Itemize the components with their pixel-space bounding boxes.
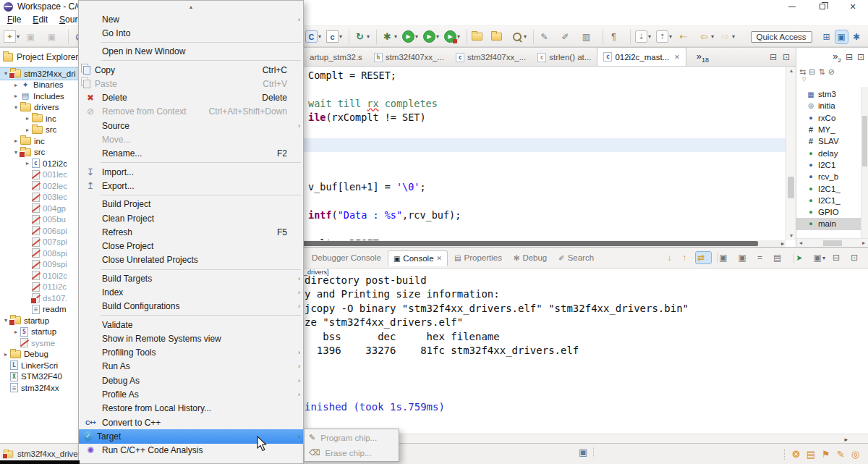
tree-row[interactable]: ▸ inc: [0, 113, 61, 125]
close-window-icon[interactable]: ✕: [838, 0, 868, 13]
link-with-editor-icon[interactable]: ⇆: [799, 67, 806, 77]
perspective-button[interactable]: ▣: [835, 30, 848, 43]
outline-horizontal-scrollbar[interactable]: ◂ ▸: [796, 238, 868, 247]
menubar-item[interactable]: Edit: [27, 14, 54, 25]
outline-item[interactable]: ▦ stm3: [796, 88, 868, 100]
perspective-button[interactable]: ⊞: [821, 30, 833, 43]
console-tool-button[interactable]: ▤: [772, 252, 788, 263]
context-menu-item[interactable]: Build Configurations ›: [79, 300, 303, 313]
outline-item[interactable]: ● I2C1_: [796, 182, 868, 194]
context-menu-item[interactable]: Copy Ctrl+C: [79, 63, 303, 77]
tree-row[interactable]: ▸ S startup: [0, 326, 61, 338]
tree-row[interactable]: sysme: [0, 337, 59, 349]
toolbar-button[interactable]: ▶ ▾: [422, 29, 443, 45]
toolbar-button[interactable]: ▣: [23, 29, 44, 45]
tree-row[interactable]: 010i2c: [0, 270, 72, 282]
submenu-item[interactable]: ⌫ Erase chip...: [305, 445, 399, 460]
tree-expander-icon[interactable]: ▸: [12, 82, 20, 88]
tree-row[interactable]: ▾ drivers: [0, 102, 64, 114]
context-menu-item[interactable]: Clean Project: [79, 211, 303, 225]
context-menu-item[interactable]: Build Project: [79, 198, 303, 211]
outline-item[interactable]: ⊕ initia: [796, 100, 868, 111]
context-menu-item[interactable]: Profile As ›: [79, 387, 303, 401]
console-tool-button[interactable]: ⊟: [831, 252, 846, 263]
console-tool-button[interactable]: ➤: [793, 253, 809, 263]
toolbar-button[interactable]: ▾: [509, 29, 530, 45]
scrollbar-thumb[interactable]: [823, 240, 842, 246]
console-tool-button[interactable]: =: [756, 252, 769, 263]
toolbar-button[interactable]: ✐: [558, 29, 579, 45]
console-output[interactable]: _drivers] directory post-buildy and Prin…: [302, 269, 868, 434]
collapse-all-icon[interactable]: ⊟: [809, 67, 815, 77]
console-tool-button[interactable]: ▣: [737, 252, 753, 263]
tree-expander-icon[interactable]: ▸: [23, 160, 32, 166]
context-menu-item[interactable]: Profiling Tools ›: [79, 346, 303, 360]
context-menu-item[interactable]: ✖ Delete Delete: [79, 90, 303, 104]
context-menu-item[interactable]: Rename... F2: [79, 147, 303, 161]
context-menu-item[interactable]: Validate: [79, 318, 303, 332]
tree-row[interactable]: ▸ inc: [0, 135, 49, 147]
tree-row[interactable]: ≡ stm32f4xx: [0, 382, 63, 394]
console-tool-button[interactable]: ⇄: [696, 252, 711, 263]
editor-tab[interactable]: c stm32f407xx_...: [450, 48, 532, 66]
tree-row[interactable]: ▸ src: [0, 125, 61, 136]
clipboard-icon[interactable]: ▣: [579, 447, 587, 457]
tree-row[interactable]: 005bu: [0, 214, 70, 226]
toolbar-button[interactable]: ↻ ▾: [349, 29, 373, 45]
tree-row[interactable]: X STM32F40: [0, 371, 67, 383]
editor-tab[interactable]: c strlen() at...: [532, 48, 597, 66]
outline-item[interactable]: ● GPIO: [796, 206, 868, 218]
toolbar-button[interactable]: ▶ ▾: [443, 29, 464, 45]
context-menu-item[interactable]: ✓ Target ›: [79, 429, 303, 443]
console-tab[interactable]: ✐ Search: [553, 250, 599, 265]
restore-window-icon[interactable]: [807, 0, 838, 13]
flag-icon[interactable]: ⚑: [822, 449, 830, 460]
toolbar-button[interactable]: ⇦ ▾: [697, 29, 718, 45]
context-menu-item[interactable]: ✺ Run C/C++ Code Analysis: [79, 444, 303, 457]
scrollbar-thumb[interactable]: [788, 177, 794, 198]
tree-row[interactable]: 004gp: [0, 203, 70, 214]
toolbar-button[interactable]: [490, 29, 509, 45]
scroll-right-arrow-icon[interactable]: ▸: [844, 436, 848, 443]
tree-row[interactable]: ▸ ✦ Binaries: [0, 80, 68, 91]
minimize-view-icon[interactable]: ⊟: [846, 52, 853, 62]
toolbar-button[interactable]: ✦ ▾: [2, 29, 23, 45]
editor-tab[interactable]: artup_stm32.s: [304, 48, 368, 66]
scroll-down-arrow-icon[interactable]: ▼: [786, 232, 796, 240]
tree-row[interactable]: 003lec: [0, 192, 72, 203]
tree-expander-icon[interactable]: ▸: [12, 138, 20, 144]
maximize-view-icon[interactable]: ⊡: [857, 52, 864, 62]
maximize-view-icon[interactable]: ⊡: [783, 52, 790, 62]
context-menu-item[interactable]: Build Targets ›: [79, 271, 303, 285]
tree-expander-icon[interactable]: ▸: [12, 329, 20, 335]
minimize-window-icon[interactable]: [777, 0, 807, 13]
console-tool-button[interactable]: ▣: [717, 252, 733, 263]
context-menu-item[interactable]: Restore from Local History...: [79, 402, 303, 416]
outline-item[interactable]: ● rxCo: [796, 112, 868, 124]
context-menu-item[interactable]: C++ Convert to C++: [79, 416, 303, 429]
context-menu-item[interactable]: Refresh F5: [79, 225, 303, 239]
editor-tab[interactable]: c 012i2c_mast... ✕: [597, 47, 686, 66]
context-menu-item[interactable]: Index ›: [79, 285, 303, 299]
tree-row[interactable]: 007spi: [0, 237, 72, 248]
tree-expander-icon[interactable]: ▾: [12, 104, 20, 111]
close-view-icon[interactable]: ✕: [437, 255, 443, 262]
code-editor[interactable]: Complt = RESET; wait till rx completes i…: [302, 67, 786, 240]
context-menu-item[interactable]: Move...: [79, 132, 303, 146]
console-tab[interactable]: ✻ Debug: [509, 250, 552, 265]
context-menu-item[interactable]: Source ›: [79, 119, 303, 132]
context-menu-item[interactable]: New ›: [79, 12, 303, 26]
scrollbar-thumb[interactable]: [862, 116, 867, 166]
tree-expander-icon[interactable]: ▸: [1, 351, 10, 358]
context-menu-item[interactable]: Paste Ctrl+V: [79, 77, 303, 90]
context-menu-item[interactable]: Open in New Window: [79, 45, 303, 59]
tree-row[interactable]: 011i2c: [0, 282, 71, 293]
context-menu-item[interactable]: ↥ Export...: [79, 179, 303, 193]
console-tab[interactable]: Debugger Console: [307, 250, 386, 265]
editor-tab[interactable]: h stm32f407xx_...: [368, 48, 450, 66]
edit-icon[interactable]: ✎: [837, 449, 845, 460]
tree-expander-icon[interactable]: ▸: [12, 93, 20, 99]
toolbar-button[interactable]: ¶: [603, 29, 627, 45]
tree-row[interactable]: ▸ c 012i2c: [0, 158, 72, 169]
toolbar-button[interactable]: ▣: [44, 29, 65, 45]
